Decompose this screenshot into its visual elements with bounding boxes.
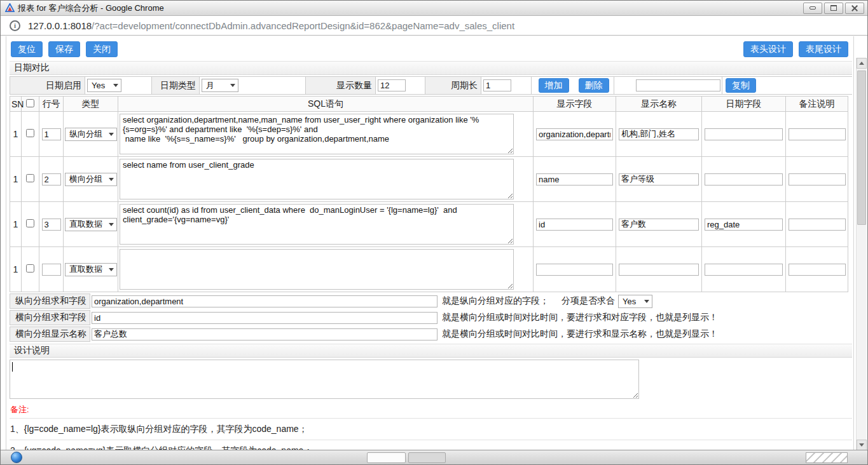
- display-count-cell: [376, 77, 425, 94]
- row-type-select[interactable]: 横向分组: [65, 173, 117, 186]
- horizontal-display-name-desc: 就是横向分组或时间对比时间，要进行求和显示名称，也就是列显示！: [442, 328, 718, 340]
- display-count-label: 显示数量: [306, 77, 376, 94]
- remark-input[interactable]: [789, 264, 846, 276]
- footer-design-button[interactable]: 表尾设计: [799, 41, 848, 57]
- window-title: 报表 for 客户综合分析 - Google Chrome: [18, 3, 164, 14]
- row-number-input[interactable]: [42, 173, 61, 185]
- row-number-input[interactable]: [42, 219, 61, 231]
- display-field-input[interactable]: [536, 219, 613, 231]
- subitem-sum-value: Yes: [623, 297, 636, 306]
- header-design-button[interactable]: 表头设计: [743, 41, 793, 57]
- row-number-input[interactable]: [42, 264, 61, 276]
- remark-input[interactable]: [789, 219, 846, 231]
- save-button[interactable]: 保存: [48, 41, 80, 57]
- date-type-select[interactable]: 月: [202, 79, 238, 92]
- row-type-select[interactable]: 纵向分组: [65, 128, 117, 141]
- minimize-button[interactable]: [803, 3, 822, 14]
- date-field-input[interactable]: [705, 128, 783, 140]
- minimize-icon: [809, 6, 816, 10]
- display-name-input[interactable]: [619, 264, 699, 276]
- scrollbar-thumb[interactable]: [857, 71, 866, 225]
- date-type-cell: 月: [200, 77, 306, 94]
- row-type-select[interactable]: 直取数据: [65, 218, 117, 231]
- date-enable-cell: Yes: [85, 77, 152, 94]
- sql-textarea[interactable]: select count(id) as id from user_client_…: [120, 204, 514, 245]
- date-field-input[interactable]: [705, 264, 783, 276]
- scroll-up-button[interactable]: [857, 58, 867, 69]
- maximize-button[interactable]: [824, 3, 843, 14]
- row-type-value: 横向分组: [69, 173, 102, 185]
- close-window-button[interactable]: [845, 3, 864, 14]
- start-button[interactable]: [11, 452, 22, 463]
- subitem-sum-select[interactable]: Yes: [618, 295, 652, 308]
- table-header-row: SN 行号 类型 SQL语句 显示字段 显示名称 日期字段 备注说明: [10, 97, 848, 112]
- design-description-textarea[interactable]: [10, 360, 639, 399]
- chevron-down-icon: [109, 133, 114, 136]
- sn-cell: 1: [10, 112, 22, 157]
- display-field-input[interactable]: [536, 173, 613, 185]
- row-checkbox[interactable]: [26, 174, 34, 182]
- row-checkbox[interactable]: [26, 219, 34, 227]
- horizontal-sum-field-desc: 就是横向分组或时间对比时间，要进行求和对应字段，也就是列显示！: [442, 312, 718, 323]
- vertical-sum-field-input[interactable]: [92, 295, 437, 307]
- period-length-input[interactable]: [483, 79, 511, 91]
- remark-input[interactable]: [789, 173, 846, 185]
- reset-button[interactable]: 复位: [11, 41, 43, 57]
- horizontal-sum-field-label: 横向分组求和字段: [10, 310, 90, 325]
- sql-textarea[interactable]: select name from user_client_grade: [120, 159, 514, 199]
- display-count-input[interactable]: [378, 79, 406, 91]
- note-item: 1、{lg=code_name=lg}表示取纵向分组对应的字段，其字段为code…: [10, 419, 852, 440]
- remark-input[interactable]: [789, 128, 846, 140]
- display-field-input[interactable]: [536, 264, 613, 276]
- horizontal-sum-field-input[interactable]: [92, 312, 437, 324]
- design-description-title: 设计说明: [10, 344, 852, 358]
- note-item: 2、{vg=code_name=vg}表示取横向分组对应的字段，其字段为code…: [10, 440, 852, 450]
- close-button[interactable]: 关闭: [86, 41, 118, 57]
- vertical-scrollbar[interactable]: [856, 58, 867, 450]
- row-type-value: 纵向分组: [69, 128, 102, 140]
- row-type-select[interactable]: 直取数据: [65, 263, 117, 276]
- window-titlebar: 报表 for 客户综合分析 - Google Chrome: [1, 1, 867, 16]
- col-header-sn: SN: [10, 97, 22, 112]
- period-length-label: 周期长: [425, 77, 481, 94]
- date-enable-select[interactable]: Yes: [87, 79, 121, 92]
- system-tray[interactable]: [806, 452, 848, 463]
- row-checkbox[interactable]: [26, 129, 34, 137]
- chevron-down-icon: [644, 300, 649, 303]
- chevron-down-icon: [109, 223, 114, 226]
- delete-button[interactable]: 删除: [579, 78, 609, 93]
- vertical-sum-field-label: 纵向分组求和字段: [10, 293, 90, 309]
- add-button[interactable]: 增加: [539, 78, 569, 93]
- sql-textarea[interactable]: select organization,department,name,man_…: [120, 114, 514, 154]
- taskbar-item[interactable]: [367, 452, 406, 463]
- horizontal-display-name-input[interactable]: [92, 328, 437, 340]
- vertical-sum-field-row: 纵向分组求和字段 就是纵向分组对应的字段； 分项是否求合 Yes: [10, 293, 853, 309]
- url-host: 127.0.0.1:8018: [28, 20, 92, 31]
- date-field-input[interactable]: [705, 219, 783, 231]
- col-header-type: 类型: [64, 97, 118, 112]
- copy-input[interactable]: [636, 79, 720, 91]
- taskbar-item[interactable]: [408, 452, 446, 463]
- horizontal-display-name-row: 横向分组显示名称 就是横向分组或时间对比时间，要进行求和显示名称，也就是列显示！: [10, 327, 853, 342]
- display-name-input[interactable]: [619, 219, 699, 231]
- table-row: 1 横向分组 select name from user_client_grad…: [10, 157, 848, 202]
- select-all-checkbox[interactable]: [26, 99, 34, 107]
- date-row-buttons-cell: 增加 删除: [532, 77, 614, 94]
- display-field-input[interactable]: [536, 128, 613, 140]
- page-info-icon[interactable]: [10, 20, 20, 31]
- text-caret: [12, 362, 13, 372]
- url-path: /?act=development/connectDbAdmin.advance…: [92, 20, 514, 31]
- scroll-down-button[interactable]: [857, 440, 867, 450]
- col-header-rowno: 行号: [39, 97, 64, 112]
- row-number-input[interactable]: [42, 128, 61, 140]
- address-bar[interactable]: 127.0.0.1:8018/?act=development/connectD…: [1, 16, 867, 36]
- sql-textarea[interactable]: [120, 249, 514, 290]
- row-checkbox[interactable]: [26, 264, 34, 273]
- display-name-input[interactable]: [619, 173, 699, 185]
- table-row: 1 纵向分组 select organization,department,na…: [10, 112, 848, 157]
- copy-button[interactable]: 复制: [726, 78, 756, 93]
- date-field-input[interactable]: [705, 173, 783, 185]
- display-name-input[interactable]: [619, 128, 699, 140]
- notes-label: 备注:: [10, 403, 852, 419]
- chevron-down-icon: [113, 84, 118, 87]
